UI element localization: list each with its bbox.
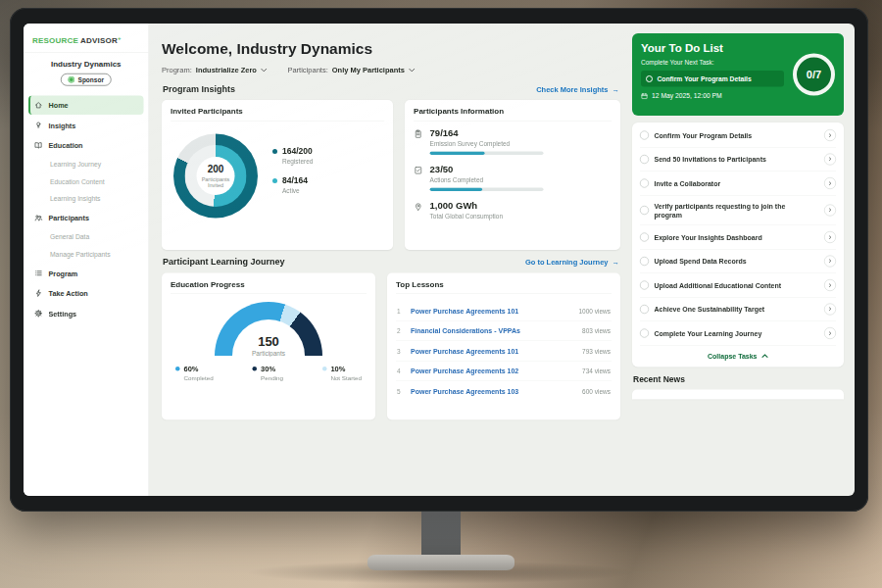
legend-value: 84/164 bbox=[282, 176, 308, 186]
sidebar-item-label: Take Action bbox=[49, 289, 88, 297]
lesson-name-link[interactable]: Power Purchase Agreements 103 bbox=[411, 387, 575, 395]
lesson-name-link[interactable]: Power Purchase Agreements 101 bbox=[411, 347, 575, 355]
list-icon bbox=[34, 270, 43, 278]
sidebar-item-take-action[interactable]: Take Action bbox=[28, 284, 144, 304]
todo-due: 12 May 2025, 12:00 PM bbox=[641, 92, 784, 100]
check-more-insights-link[interactable]: Check More Insights → bbox=[536, 85, 619, 94]
lesson-rank: 1 bbox=[397, 307, 404, 315]
task-checkbox[interactable] bbox=[640, 329, 649, 338]
filters-row: Program: Industrialize Zero Participants… bbox=[162, 66, 620, 74]
go-to-learning-journey-link[interactable]: Go to Learning Journey → bbox=[525, 258, 619, 267]
sponsor-badge-label: Sponsor bbox=[78, 76, 104, 84]
task-checkbox[interactable] bbox=[640, 233, 649, 242]
task-checkbox[interactable] bbox=[640, 305, 649, 314]
donut-legend: 164/200 Registered 84/164 Active bbox=[272, 147, 313, 206]
next-task-label: Confirm Your Program Details bbox=[658, 75, 752, 83]
task-row[interactable]: Upload Spend Data Records › bbox=[640, 250, 836, 274]
todo-title: Your To Do List bbox=[641, 41, 784, 55]
chevron-right-icon[interactable]: › bbox=[824, 129, 836, 141]
chevron-right-icon[interactable]: › bbox=[824, 304, 836, 316]
progress-fill bbox=[430, 188, 482, 192]
sidebar-subitem-learning-insights[interactable]: Learning Insights bbox=[28, 190, 144, 208]
sidebar-item-home[interactable]: Home bbox=[28, 96, 144, 116]
program-insights-title: Program Insights bbox=[163, 84, 235, 95]
lesson-rank: 4 bbox=[397, 368, 404, 375]
sidebar-item-participants[interactable]: Participants bbox=[28, 209, 144, 228]
task-row[interactable]: Verify participants requesting to join t… bbox=[640, 196, 836, 226]
lesson-views: 734 views bbox=[582, 368, 611, 375]
monitor-stand-base bbox=[368, 555, 514, 570]
chevron-right-icon[interactable]: › bbox=[824, 327, 836, 339]
invited-participants-card: Invited Participants 200 Participants In… bbox=[162, 100, 393, 250]
donut-center-value: 200 bbox=[208, 164, 224, 175]
sidebar-subitem-education-content[interactable]: Education Content bbox=[28, 173, 144, 191]
lesson-name-link[interactable]: Power Purchase Agreements 101 bbox=[411, 307, 571, 315]
chevron-right-icon[interactable]: › bbox=[824, 279, 836, 291]
legend-dot bbox=[272, 178, 277, 183]
sidebar-item-program[interactable]: Program bbox=[28, 264, 144, 283]
lesson-row: 2 Financial Considerations - VPPAs 803 v… bbox=[396, 321, 612, 342]
chevron-right-icon[interactable]: › bbox=[824, 256, 836, 268]
legend-registered: 164/200 Registered bbox=[272, 147, 313, 166]
lesson-views: 1000 views bbox=[578, 307, 611, 315]
lesson-rank: 2 bbox=[397, 327, 404, 335]
lesson-rank: 5 bbox=[397, 387, 404, 395]
legend-label: Active bbox=[282, 187, 313, 195]
progress-fill bbox=[430, 152, 485, 156]
progress-bar bbox=[430, 188, 544, 192]
task-checkbox[interactable] bbox=[640, 281, 649, 290]
learning-journey-title: Participant Learning Journey bbox=[163, 257, 285, 268]
chevron-right-icon[interactable]: › bbox=[824, 154, 836, 166]
task-row[interactable]: Explore Your Insights Dashboard › bbox=[640, 225, 836, 250]
link-label: Go to Learning Journey bbox=[525, 258, 609, 267]
home-icon bbox=[34, 101, 43, 110]
task-label: Upload Additional Educational Content bbox=[655, 281, 788, 290]
top-lessons-card: Top Lessons 1 Power Purchase Agreements … bbox=[387, 273, 620, 420]
legend-value: 164/200 bbox=[282, 147, 313, 157]
task-checkbox[interactable] bbox=[640, 179, 649, 188]
sidebar-subitem-learning-journey[interactable]: Learning Journey bbox=[28, 156, 144, 173]
task-row[interactable]: Send 50 Invitations to Participants › bbox=[640, 148, 836, 172]
sidebar-item-education[interactable]: Education bbox=[28, 136, 144, 156]
stat-global-consumption: 1,000 GWh Total Global Consumption bbox=[414, 201, 612, 224]
sidebar-item-settings[interactable]: Settings bbox=[28, 304, 144, 323]
education-progress-card: Education Progress 150 Participants 60% bbox=[162, 273, 375, 420]
gauge-center-value: 150 bbox=[215, 335, 322, 348]
task-row[interactable]: Complete Your Learning Journey › bbox=[640, 321, 836, 346]
clipboard-icon bbox=[414, 129, 423, 139]
collapse-tasks-link[interactable]: Collapse Tasks bbox=[640, 346, 836, 367]
arrow-right-icon: → bbox=[612, 258, 620, 267]
legend-completed: 60% Completed bbox=[175, 365, 214, 381]
chevron-right-icon[interactable]: › bbox=[824, 177, 836, 189]
sidebar-item-insights[interactable]: Insights bbox=[28, 116, 144, 135]
task-checkbox[interactable] bbox=[640, 206, 649, 215]
program-filter[interactable]: Program: Industrialize Zero bbox=[162, 66, 267, 74]
task-checkbox[interactable] bbox=[640, 155, 649, 164]
sponsor-badge[interactable]: Sponsor bbox=[61, 74, 111, 86]
recent-news-title: Recent News bbox=[632, 375, 844, 385]
task-row[interactable]: Achieve One Sustainability Target › bbox=[640, 298, 836, 322]
task-label: Achieve One Sustainability Target bbox=[655, 305, 788, 314]
next-task-banner[interactable]: Confirm Your Program Details bbox=[641, 71, 784, 87]
sponsor-icon bbox=[69, 76, 75, 83]
brand-plus: + bbox=[118, 34, 122, 41]
task-checkbox[interactable] bbox=[640, 257, 649, 266]
task-row[interactable]: Invite a Collaborator › bbox=[640, 172, 836, 196]
task-row[interactable]: Upload Additional Educational Content › bbox=[640, 273, 836, 298]
lesson-name-link[interactable]: Financial Considerations - VPPAs bbox=[411, 327, 575, 335]
brand-logo: RESOURCE ADVISOR+ bbox=[24, 34, 149, 53]
chevron-down-icon bbox=[409, 66, 416, 74]
task-checkbox[interactable] bbox=[640, 131, 649, 140]
card-title: Education Progress bbox=[171, 280, 367, 295]
sidebar-item-label: Insights bbox=[49, 122, 76, 129]
participants-filter[interactable]: Participants: Only My Participants bbox=[287, 66, 415, 74]
sidebar-subitem-manage-participants[interactable]: Manage Participants bbox=[28, 246, 144, 264]
chevron-right-icon[interactable]: › bbox=[824, 205, 836, 217]
lesson-row: 1 Power Purchase Agreements 101 1000 vie… bbox=[396, 301, 612, 321]
task-row[interactable]: Confirm Your Program Details › bbox=[640, 123, 836, 148]
sidebar-subitem-general-data[interactable]: General Data bbox=[28, 228, 144, 246]
task-label: Verify participants requesting to join t… bbox=[655, 202, 788, 220]
stat-emission-survey: 79/164 Emission Survey Completed bbox=[414, 128, 612, 156]
chevron-right-icon[interactable]: › bbox=[824, 231, 836, 243]
lesson-name-link[interactable]: Power Purchase Agreements 102 bbox=[411, 368, 575, 375]
